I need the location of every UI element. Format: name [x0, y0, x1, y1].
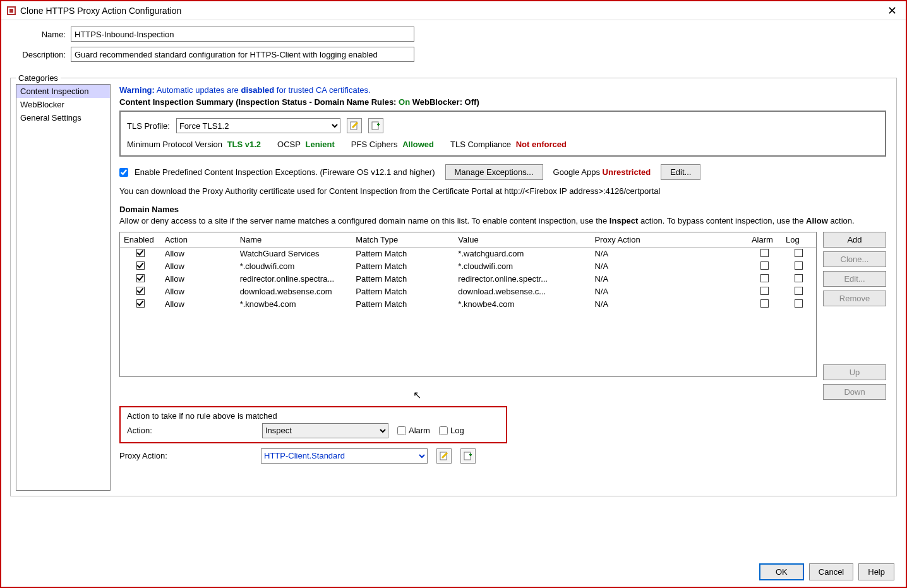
fallback-alarm-checkbox[interactable]: Alarm	[397, 426, 430, 435]
enable-exceptions-label: Enable Predefined Content Inspection Exc…	[135, 167, 435, 177]
value-cell: *.knowbe4.com	[454, 298, 591, 311]
alarm-cell[interactable]	[748, 260, 782, 273]
fallback-title: Action to take if no rule above is match…	[127, 411, 500, 421]
domain-names-desc: Allow or deny access to a site if the se…	[119, 215, 886, 227]
name-cell: *.knowbe4.com	[236, 298, 352, 311]
fallback-log-checkbox[interactable]: Log	[439, 426, 464, 435]
cancel-button[interactable]: Cancel	[809, 563, 853, 580]
value-cell: *.cloudwifi.com	[454, 260, 591, 273]
svg-rect-2	[9, 9, 13, 13]
name-input[interactable]	[71, 27, 414, 42]
match-cell: Pattern Match	[352, 285, 454, 298]
ok-button[interactable]: OK	[759, 563, 804, 580]
table-row[interactable]: Allow*.cloudwifi.comPattern Match*.cloud…	[120, 260, 816, 273]
column-header[interactable]: Proxy Action	[591, 232, 747, 248]
table-row[interactable]: Allowdownload.websense.comPattern Matchd…	[120, 285, 816, 298]
alarm-cell[interactable]	[748, 247, 782, 260]
enabled-cell[interactable]	[120, 285, 161, 298]
column-header[interactable]: Name	[236, 232, 352, 248]
table-row[interactable]: AllowWatchGuard ServicesPattern Match*.w…	[120, 247, 816, 260]
tls-profile-label: TLS Profile:	[127, 121, 170, 131]
proxy-action-cell: N/A	[591, 298, 747, 311]
clone-rule-button[interactable]: Clone...	[823, 251, 886, 267]
title-bar: Clone HTTPS Proxy Action Configuration ✕	[1, 1, 906, 20]
name-label: Name:	[13, 30, 66, 39]
tls-profile-select[interactable]: Force TLS1.2	[176, 118, 340, 133]
close-icon[interactable]: ✕	[884, 4, 901, 18]
categories-fieldset: Categories Content Inspection WebBlocker…	[10, 73, 897, 496]
action-cell: Allow	[161, 273, 236, 285]
column-header[interactable]: Log	[782, 232, 816, 248]
help-button[interactable]: Help	[858, 563, 894, 580]
alarm-cell[interactable]	[748, 285, 782, 298]
match-cell: Pattern Match	[352, 273, 454, 285]
match-cell: Pattern Match	[352, 260, 454, 273]
value-cell: download.websense.c...	[454, 285, 591, 298]
column-header[interactable]: Action	[161, 232, 236, 248]
table-row[interactable]: Allowredirector.online.spectra...Pattern…	[120, 273, 816, 285]
log-cell[interactable]	[782, 273, 816, 285]
description-input[interactable]	[71, 47, 414, 62]
remove-rule-button[interactable]: Remove	[823, 291, 886, 306]
proxy-action-add-icon[interactable]	[460, 448, 476, 464]
tls-add-icon[interactable]	[368, 118, 383, 133]
ocsp: OCSP Lenient	[277, 140, 335, 149]
enabled-cell[interactable]	[120, 298, 161, 311]
tls-compliance: TLS Compliance Not enforced	[450, 140, 567, 149]
value-cell: redirector.online.spectr...	[454, 273, 591, 285]
manage-exceptions-button[interactable]: Manage Exceptions...	[445, 164, 543, 180]
app-icon	[6, 6, 16, 16]
proxy-action-edit-icon[interactable]	[436, 448, 452, 464]
fallback-action-select[interactable]: Inspect	[262, 423, 388, 438]
fallback-action-box: Action to take if no rule above is match…	[119, 406, 507, 443]
google-apps-status: Google Apps Unrestricted	[553, 167, 651, 177]
pfs: PFS Ciphers Allowed	[351, 140, 434, 149]
categories-sidebar: Content Inspection WebBlocker General Se…	[16, 84, 111, 491]
edit-rule-button[interactable]: Edit...	[823, 271, 886, 287]
edit-google-apps-button[interactable]: Edit...	[661, 164, 700, 180]
min-proto: Minimum Protocol Version TLS v1.2	[127, 140, 261, 149]
cert-portal-note: You can download the Proxy Authority cer…	[119, 186, 886, 196]
tls-summary-box: TLS Profile: Force TLS1.2 Minimum Protoc…	[119, 111, 886, 157]
proxy-action-cell: N/A	[591, 247, 747, 260]
table-row[interactable]: Allow*.knowbe4.comPattern Match*.knowbe4…	[120, 298, 816, 311]
fallback-action-label: Action:	[127, 426, 253, 435]
sidebar-item-content-inspection[interactable]: Content Inspection	[16, 85, 110, 98]
enabled-cell[interactable]	[120, 260, 161, 273]
warning-text: Warning: Automatic updates are disabled …	[119, 85, 886, 95]
match-cell: Pattern Match	[352, 247, 454, 260]
log-cell[interactable]	[782, 298, 816, 311]
log-cell[interactable]	[782, 260, 816, 273]
alarm-cell[interactable]	[748, 273, 782, 285]
column-header[interactable]: Enabled	[120, 232, 161, 248]
log-cell[interactable]	[782, 285, 816, 298]
proxy-action-label: Proxy Action:	[119, 451, 252, 460]
proxy-action-select[interactable]: HTTP-Client.Standard	[261, 448, 428, 464]
name-cell: redirector.online.spectra...	[236, 273, 352, 285]
categories-legend: Categories	[16, 73, 61, 83]
log-cell[interactable]	[782, 247, 816, 260]
summary-line: Content Inspection Summary (Inspection S…	[119, 97, 886, 107]
enabled-cell[interactable]	[120, 273, 161, 285]
domain-rules-table[interactable]: EnabledActionNameMatch TypeValueProxy Ac…	[119, 232, 817, 377]
move-up-button[interactable]: Up	[823, 364, 886, 380]
window-title: Clone HTTPS Proxy Action Configuration	[20, 6, 884, 16]
enable-exceptions-checkbox[interactable]: Enable Predefined Content Inspection Exc…	[119, 167, 435, 177]
action-cell: Allow	[161, 285, 236, 298]
column-header[interactable]: Match Type	[352, 232, 454, 248]
sidebar-item-general-settings[interactable]: General Settings	[16, 111, 110, 124]
value-cell: *.watchguard.com	[454, 247, 591, 260]
proxy-action-cell: N/A	[591, 260, 747, 273]
sidebar-item-webblocker[interactable]: WebBlocker	[16, 98, 110, 111]
alarm-cell[interactable]	[748, 298, 782, 311]
name-cell: download.websense.com	[236, 285, 352, 298]
move-down-button[interactable]: Down	[823, 384, 886, 400]
enabled-cell[interactable]	[120, 247, 161, 260]
column-header[interactable]: Alarm	[748, 232, 782, 248]
proxy-action-cell: N/A	[591, 273, 747, 285]
add-rule-button[interactable]: Add	[823, 232, 886, 248]
domain-names-title: Domain Names	[119, 205, 886, 214]
tls-edit-icon[interactable]	[347, 118, 362, 133]
action-cell: Allow	[161, 260, 236, 273]
column-header[interactable]: Value	[454, 232, 591, 248]
